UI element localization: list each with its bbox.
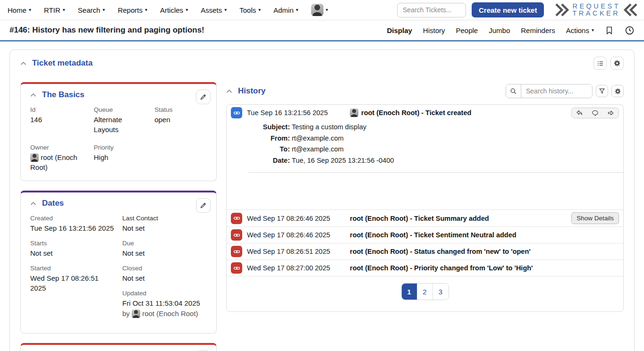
page-button-3[interactable]: 3 (433, 284, 449, 300)
email-header-label: From: (248, 133, 290, 144)
edit-dates-button[interactable] (196, 198, 211, 213)
ticket-metadata-container: Ticket metadata (9, 50, 635, 351)
tab-actions[interactable]: Actions▾ (566, 26, 594, 34)
page-title: #146: History has new filtering and pagi… (9, 25, 204, 35)
email-header-label: Subject: (248, 122, 290, 133)
gear-icon[interactable] (610, 57, 624, 70)
field-value: Not set (122, 223, 207, 233)
request-tracker-logo: REQUEST TRACKER (553, 1, 639, 18)
double-chevron-right-icon (553, 1, 570, 18)
page-button-1[interactable]: 1 (402, 284, 417, 300)
nav-reports-label: Reports (118, 6, 143, 14)
nav-assets-label: Assets (201, 6, 222, 14)
email-header-value: rt@example.com (292, 144, 623, 155)
transaction-title-text: root (Enoch Root) - Ticket created (361, 109, 471, 117)
tab-history[interactable]: History (423, 26, 445, 34)
tab-jumbo[interactable]: Jumbo (489, 26, 510, 34)
page-button-2[interactable]: 2 (417, 284, 433, 300)
email-header-value: rt@example.com (292, 133, 623, 144)
field-value: Fri Oct 31 11:53:04 2025 (122, 298, 207, 308)
show-details-button[interactable]: Show Details (571, 212, 619, 224)
history-entry: Wed Sep 17 08:26:51 2025 root (Enoch Roo… (227, 243, 623, 260)
transaction-link-icon[interactable] (231, 246, 242, 257)
field-label: Last Contact (122, 215, 207, 222)
comment-icon[interactable] (587, 108, 603, 118)
edit-basics-button[interactable] (196, 90, 211, 104)
field-owner: Owner root (Enoch Root) (30, 144, 88, 172)
transaction-title: root (Enoch Root) - Priority changed fro… (350, 264, 533, 272)
nav-articles[interactable]: Articles▾ (160, 6, 188, 14)
transaction-date: Wed Sep 17 08:27:00 2025 (247, 264, 345, 272)
logo-text: REQUEST TRACKER (572, 3, 620, 17)
gear-icon[interactable] (611, 85, 624, 97)
custom-fields-panel: Custom Fields (20, 343, 217, 351)
chevron-down-icon: ▾ (592, 28, 594, 33)
nav-admin-label: Admin (273, 6, 294, 14)
nav-tools[interactable]: Tools▾ (239, 6, 261, 14)
tab-actions-label: Actions (566, 26, 589, 34)
nav-home[interactable]: Home▾ (8, 6, 31, 14)
email-header-label: To: (248, 144, 290, 155)
tab-people[interactable]: People (456, 26, 478, 34)
transaction-link-icon[interactable] (231, 213, 242, 224)
field-label: Closed (122, 265, 207, 272)
tab-display[interactable]: Display (387, 26, 412, 34)
ticket-title-bar: #146: History has new filtering and pagi… (0, 20, 644, 42)
nav-tools-label: Tools (239, 6, 256, 14)
dates-left-column: Created Tue Sep 16 13:21:56 2025 Starts … (30, 215, 115, 325)
email-headers: Subject:Testing a custom display From:rt… (248, 122, 623, 166)
nav-rtir-label: RTIR (44, 6, 60, 14)
collapse-chevron-icon[interactable] (30, 201, 36, 206)
basics-title: The Basics (42, 90, 85, 100)
dates-right-column: Last Contact Not set Due Not set Closed … (122, 215, 207, 325)
chevron-down-icon: ▾ (326, 8, 328, 12)
clock-icon[interactable] (625, 25, 635, 35)
transaction-link-icon[interactable] (231, 229, 242, 241)
transaction-link-icon[interactable] (231, 262, 242, 274)
logo-line1: REQUEST (572, 3, 620, 10)
field-closed: Closed Not set (122, 265, 207, 283)
create-new-ticket-button[interactable]: Create new ticket (472, 2, 544, 17)
bookmark-icon[interactable] (605, 25, 614, 35)
nav-reports[interactable]: Reports▾ (118, 6, 147, 14)
chevron-down-icon: ▾ (102, 8, 105, 12)
forward-icon[interactable] (603, 108, 619, 118)
field-label: Priority (93, 144, 149, 151)
field-label: Due (122, 240, 207, 247)
layout-list-button[interactable] (593, 57, 607, 70)
dates-panel: Dates Created Tue Sep 16 13:21:56 2025 (20, 191, 217, 334)
collapse-chevron-icon[interactable] (20, 61, 26, 66)
field-status: Status open (154, 106, 207, 134)
updated-by-prefix: by (122, 309, 130, 318)
message-body (227, 173, 623, 209)
collapse-chevron-icon[interactable] (30, 93, 36, 97)
nav-search[interactable]: Search▾ (78, 6, 105, 14)
search-tickets-input[interactable] (397, 3, 466, 17)
double-chevron-left-icon (622, 1, 639, 18)
transaction-date: Tue Sep 16 13:21:56 2025 (247, 109, 345, 117)
ticket-metadata-title: Ticket metadata (32, 58, 93, 68)
tab-reminders[interactable]: Reminders (521, 26, 555, 34)
user-menu[interactable]: ▾ (311, 4, 328, 16)
filter-icon[interactable] (596, 85, 608, 97)
field-value: High (93, 152, 149, 162)
field-label: Starts (30, 240, 115, 247)
collapse-chevron-icon[interactable] (226, 89, 232, 93)
field-label: Status (154, 106, 207, 113)
history-list: Tue Sep 16 13:21:56 2025 root (Enoch Roo… (226, 104, 624, 312)
nav-admin[interactable]: Admin▾ (273, 6, 298, 14)
history-entry: Wed Sep 17 08:26:46 2025 root (Enoch Roo… (227, 227, 623, 243)
chevron-down-icon: ▾ (224, 8, 227, 12)
reply-icon[interactable] (572, 108, 587, 118)
history-entry: Tue Sep 16 13:21:56 2025 root (Enoch Roo… (227, 105, 623, 210)
history-search-input[interactable] (521, 84, 592, 98)
transaction-link-icon[interactable] (231, 107, 242, 118)
nav-articles-label: Articles (160, 6, 183, 14)
field-id: Id 146 (30, 106, 88, 134)
field-created: Created Tue Sep 16 13:21:56 2025 (30, 215, 115, 233)
field-last-contact: Last Contact Not set (122, 215, 207, 233)
field-starts: Starts Not set (30, 240, 115, 258)
field-value: Not set (122, 248, 207, 258)
nav-rtir[interactable]: RTIR▾ (44, 6, 65, 14)
nav-assets[interactable]: Assets▾ (201, 6, 227, 14)
